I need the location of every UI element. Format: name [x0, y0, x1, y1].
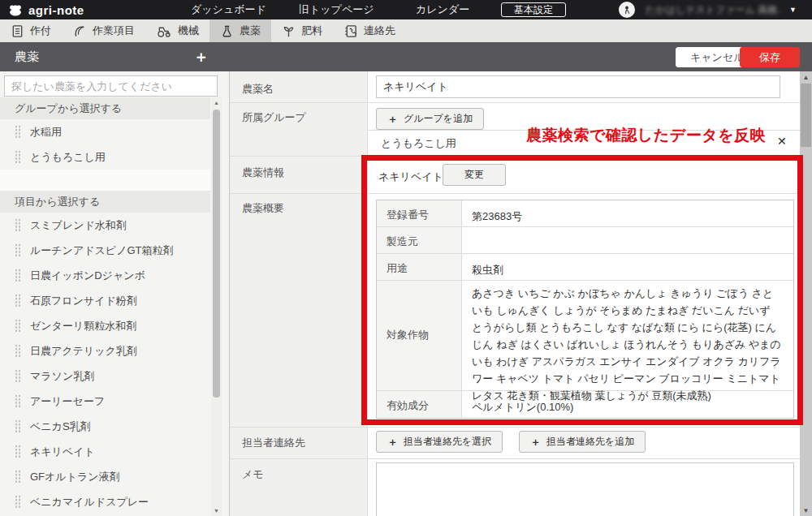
drag-handle-icon[interactable]: [15, 470, 21, 484]
tab-contacts[interactable]: 連絡先: [333, 19, 406, 42]
row-separator: [230, 102, 800, 103]
sidebar-item[interactable]: ベニカS乳剤: [0, 414, 210, 439]
add-contact-label: 担当者連絡先を追加: [546, 435, 634, 449]
field-label-memo: メモ: [242, 467, 264, 482]
item-label: GFオルトラン液剤: [30, 470, 120, 484]
drag-handle-icon[interactable]: [15, 495, 21, 509]
overview-value: 殺虫剤: [462, 254, 793, 280]
sidebar-item[interactable]: GFオルトラン液剤: [0, 464, 210, 489]
page-title: 農薬: [15, 42, 39, 71]
content-scrollbar-thumb[interactable]: [801, 84, 811, 147]
drag-handle-icon[interactable]: [15, 243, 21, 257]
tab-machinery[interactable]: 機械: [145, 19, 209, 42]
scroll-down-icon[interactable]: ▼: [211, 505, 222, 516]
plus-icon: ＋: [387, 436, 398, 447]
overview-value: あさつき いちご かぶ かぼちゃ かんしょ きゅうり ごぼう さといも しゅんぎ…: [462, 281, 793, 390]
sidebar-scrollbar-thumb[interactable]: [213, 110, 220, 398]
add-pesticide-button[interactable]: ＋: [193, 42, 209, 71]
overview-value: [462, 227, 793, 253]
item-label: 日農イッポンDジャンボ: [30, 269, 145, 283]
sidebar-item[interactable]: 日農イッポンDジャンボ: [0, 263, 210, 288]
tab-work-items[interactable]: 作業項目: [62, 19, 145, 42]
item-label: マラソン乳剤: [30, 369, 94, 384]
item-label: ネキリベイト: [30, 445, 95, 459]
pesticide-name-input[interactable]: [376, 75, 780, 98]
drag-handle-icon[interactable]: [15, 445, 21, 458]
content-scrollbar[interactable]: ▲ ▼: [800, 71, 812, 516]
sidebar-scrollbar[interactable]: ▲ ▼: [211, 97, 222, 516]
user-menu-caret-icon[interactable]: ▼: [789, 0, 797, 19]
scroll-up-icon[interactable]: ▲: [800, 71, 812, 83]
item-label: ゼンターリ顆粒水和剤: [30, 319, 136, 333]
scroll-up-icon[interactable]: ▲: [211, 97, 222, 108]
user-name[interactable]: たかはしテストファーム 高橋..: [646, 0, 780, 19]
search-input[interactable]: [4, 75, 218, 97]
overview-key: 登録番号: [377, 200, 462, 226]
change-button[interactable]: 変更: [443, 164, 506, 186]
change-label: 変更: [464, 168, 484, 182]
planting-document-icon: [11, 24, 24, 38]
drag-handle-icon[interactable]: [15, 150, 21, 164]
tab-pesticide[interactable]: 農薬: [209, 19, 271, 42]
sidebar-item[interactable]: 石原フロンサイド粉剤: [0, 288, 210, 313]
pesticide-form: 農薬名 所属グループ ＋ グループを追加 とうもろこし用 ✕ 農薬検索で確認した…: [230, 71, 800, 516]
plus-icon: ＋: [530, 436, 541, 447]
add-group-button[interactable]: ＋ グループを追加: [376, 108, 484, 130]
tab-fertilizer[interactable]: 肥料: [271, 19, 333, 42]
add-contact-button[interactable]: ＋ 担当者連絡先を追加: [519, 431, 646, 453]
sidebar-item[interactable]: マラソン乳剤: [0, 363, 210, 389]
sidebar-group-item[interactable]: とうもろこし用: [0, 144, 210, 170]
nav-dashboard[interactable]: ダッシュボード: [191, 0, 266, 19]
field-label-contact: 担当者連絡先: [242, 436, 305, 450]
sidebar-item[interactable]: アーリーセーフ: [0, 389, 210, 414]
sidebar-item[interactable]: ルーチンアドスピノGT箱粒剤: [0, 238, 210, 263]
group-item-label: 水稲用: [30, 125, 62, 140]
tab-planting[interactable]: 作付: [0, 19, 62, 42]
save-button[interactable]: 保存: [740, 47, 800, 67]
sidebar-item[interactable]: 日農アクテリック乳剤: [0, 338, 210, 363]
person-icon: [621, 4, 633, 15]
drag-handle-icon[interactable]: [15, 344, 21, 358]
drag-handle-icon[interactable]: [15, 294, 21, 307]
drag-handle-icon[interactable]: [15, 369, 21, 383]
user-avatar[interactable]: [619, 2, 635, 18]
sprout-icon: [282, 24, 296, 38]
sidebar-item[interactable]: ネキリベイト: [0, 439, 210, 464]
logo-text: agri-note: [28, 3, 84, 17]
table-row: 製造元: [377, 227, 793, 254]
sidebar-item[interactable]: ゼンターリ顆粒水和剤: [0, 313, 210, 338]
top-bar: agri-note ダッシュボード 旧トップページ カレンダー 基本設定 たかは…: [0, 0, 812, 19]
sidebar-item[interactable]: ベニカマイルドスプレー: [0, 489, 210, 514]
sidebar-list: グループから選択する 水稲用 とうもろこし用 項目から選択する スミブレンド水和…: [0, 97, 210, 514]
overview-key: 用途: [377, 254, 462, 280]
item-label: 日農アクテリック乳剤: [30, 344, 137, 359]
sidebar-group-item[interactable]: 水稲用: [0, 119, 210, 144]
overview-table: 登録番号 第23683号 製造元 用途 殺虫剤 対象作物 あさつき いちご かぶ…: [376, 200, 794, 419]
table-row: 登録番号 第23683号: [377, 200, 793, 227]
assigned-group-label: とうもろこし用: [381, 136, 456, 151]
field-label-overview: 農薬概要: [242, 201, 284, 216]
basic-settings-button[interactable]: 基本設定: [501, 2, 566, 17]
tab-label: 肥料: [301, 24, 322, 38]
overview-key: 有効成分: [377, 391, 462, 418]
drag-handle-icon[interactable]: [15, 125, 21, 139]
select-contact-button[interactable]: ＋ 担当者連絡先を選択: [376, 431, 503, 453]
drag-handle-icon[interactable]: [15, 419, 21, 433]
nav-calendar[interactable]: カレンダー: [416, 0, 469, 19]
drag-handle-icon[interactable]: [15, 319, 21, 333]
drag-handle-icon[interactable]: [15, 394, 21, 408]
sidebar-item[interactable]: スミブレンド水和剤: [0, 213, 210, 238]
sheep-logo-icon: [6, 3, 24, 17]
tab-label: 作業項目: [93, 24, 135, 38]
info-value: ネキリベイト: [378, 170, 443, 184]
drag-handle-icon[interactable]: [15, 218, 21, 232]
add-group-label: グループを追加: [404, 112, 473, 126]
app-logo[interactable]: agri-note: [6, 0, 84, 19]
tab-label: 連絡先: [364, 24, 395, 38]
memo-textarea[interactable]: [376, 462, 794, 516]
drag-handle-icon[interactable]: [15, 269, 21, 282]
annotation-text: 農薬検索で確認したデータを反映: [506, 125, 786, 146]
nav-old-top-page[interactable]: 旧トップページ: [299, 0, 374, 19]
scroll-down-icon[interactable]: ▼: [800, 505, 812, 516]
pesticide-sidebar: グループから選択する 水稲用 とうもろこし用 項目から選択する スミブレンド水和…: [0, 71, 230, 516]
